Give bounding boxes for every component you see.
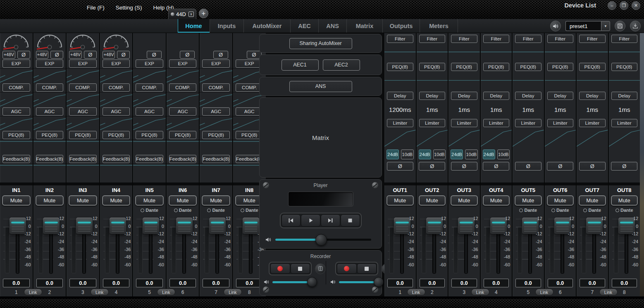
- agc-button[interactable]: AGC: [169, 107, 197, 116]
- comp-button[interactable]: COMP.: [202, 83, 230, 92]
- mute-button[interactable]: Mute: [202, 195, 230, 206]
- delay-button[interactable]: Delay: [515, 92, 541, 100]
- limiter-button[interactable]: Limiter: [451, 119, 477, 127]
- gain-10db-button[interactable]: 10dB: [401, 149, 413, 159]
- preset-select[interactable]: preset1 ▼: [565, 21, 610, 31]
- limiter-button[interactable]: Limiter: [611, 119, 638, 127]
- peq-button[interactable]: PEQ(8): [169, 131, 197, 139]
- load-preset-button[interactable]: [630, 21, 641, 31]
- tab-home[interactable]: Home: [178, 19, 210, 33]
- channel-fader[interactable]: 120-12-24-36-48-60: [448, 215, 480, 277]
- player-stop-button[interactable]: [341, 214, 360, 227]
- phase-invert-button[interactable]: Ø: [180, 51, 195, 59]
- limiter-button[interactable]: Limiter: [515, 119, 541, 127]
- feedback-button[interactable]: Feedback(8): [103, 155, 130, 163]
- mute-button[interactable]: Mute: [515, 195, 542, 206]
- recorder-file-button[interactable]: [315, 263, 326, 274]
- phase-invert-button[interactable]: Ø: [547, 162, 573, 171]
- filter-button[interactable]: Filter: [419, 35, 446, 43]
- channel-fader[interactable]: 120-12-24-36-48-60: [67, 215, 99, 277]
- limiter-button[interactable]: Limiter: [547, 119, 574, 127]
- peq-button[interactable]: PEQ(8): [451, 63, 477, 71]
- device-tab[interactable]: 44D x: [168, 9, 196, 19]
- delay-button[interactable]: Delay: [387, 92, 413, 100]
- channel-fader[interactable]: 120-12-24-36-48-60: [481, 215, 512, 277]
- mute-button[interactable]: Mute: [579, 195, 606, 206]
- channel-fader[interactable]: 120-12-24-36-48-60: [577, 215, 608, 277]
- limiter-button[interactable]: Limiter: [419, 119, 446, 127]
- channel-fader[interactable]: 120-12-24-36-48-60: [167, 215, 199, 277]
- phantom-48v-button[interactable]: +48V: [103, 51, 115, 59]
- phase-invert-button[interactable]: Ø: [387, 162, 413, 171]
- peq-button[interactable]: PEQ(8): [579, 63, 606, 71]
- recorder-volume-slider[interactable]: [339, 281, 380, 283]
- delay-button[interactable]: Delay: [579, 92, 606, 100]
- peq-button[interactable]: PEQ(8): [103, 131, 130, 139]
- tab-meters[interactable]: Meters: [420, 19, 458, 33]
- phase-invert-button[interactable]: Ø: [84, 51, 97, 59]
- recorder-volume-knob[interactable]: [374, 277, 384, 287]
- peq-button[interactable]: PEQ(8): [611, 63, 638, 71]
- peq-button[interactable]: PEQ(8): [202, 131, 230, 139]
- chevron-down-icon[interactable]: ▼: [601, 21, 610, 31]
- next-track-button[interactable]: [321, 214, 340, 227]
- feedback-button[interactable]: Feedback(8): [2, 155, 30, 163]
- agc-button[interactable]: AGC: [2, 107, 30, 116]
- filter-button[interactable]: Filter: [579, 35, 606, 43]
- limiter-button[interactable]: Limiter: [387, 119, 413, 127]
- filter-button[interactable]: Filter: [547, 35, 574, 43]
- peq-button[interactable]: PEQ(8): [36, 131, 64, 139]
- peq-button[interactable]: PEQ(8): [515, 63, 541, 71]
- recorder-stop-button[interactable]: [291, 263, 310, 274]
- phantom-48v-button[interactable]: +48V: [2, 51, 15, 59]
- link-button[interactable]: Link: [599, 289, 618, 296]
- gain-24db-button[interactable]: 24dB: [483, 149, 495, 159]
- channel-fader[interactable]: 120-12-24-36-48-60: [513, 215, 544, 277]
- feedback-button[interactable]: Feedback(8): [69, 155, 97, 163]
- mute-button[interactable]: Mute: [386, 195, 414, 206]
- agc-button[interactable]: AGC: [103, 107, 130, 116]
- phase-invert-button[interactable]: Ø: [611, 162, 637, 171]
- phase-invert-button[interactable]: Ø: [451, 162, 477, 171]
- device-tab-close-icon[interactable]: x: [188, 12, 194, 17]
- gain-24db-button[interactable]: 24dB: [451, 149, 463, 159]
- exp-button[interactable]: EXP: [103, 59, 130, 68]
- mute-button[interactable]: Mute: [547, 195, 574, 206]
- tab-ans[interactable]: ANS: [319, 19, 347, 33]
- recorder-stop-button[interactable]: [357, 263, 377, 274]
- agc-button[interactable]: AGC: [36, 107, 64, 116]
- gain-10db-button[interactable]: 10dB: [433, 149, 446, 159]
- peq-button[interactable]: PEQ(8): [483, 63, 510, 71]
- mute-button[interactable]: Mute: [451, 195, 478, 206]
- peq-button[interactable]: PEQ(8): [419, 63, 446, 71]
- peq-button[interactable]: PEQ(8): [69, 131, 97, 139]
- channel-fader[interactable]: 120-12-24-36-48-60: [100, 215, 133, 277]
- tab-outputs[interactable]: Outputs: [383, 19, 420, 33]
- exp-button[interactable]: EXP: [136, 59, 163, 68]
- recorder-volume-knob[interactable]: [307, 277, 317, 287]
- limiter-button[interactable]: Limiter: [579, 119, 606, 127]
- exp-button[interactable]: EXP: [2, 59, 30, 68]
- comp-button[interactable]: COMP.: [136, 83, 163, 92]
- phantom-48v-button[interactable]: +48V: [69, 51, 82, 59]
- filter-button[interactable]: Filter: [515, 35, 541, 43]
- phase-invert-button[interactable]: Ø: [17, 51, 30, 59]
- peq-button[interactable]: PEQ(8): [136, 131, 163, 139]
- menu-file[interactable]: File (F): [87, 5, 105, 11]
- mute-button[interactable]: Mute: [102, 195, 131, 206]
- sharing-automixer-button[interactable]: Sharing AutoMixer: [289, 38, 352, 49]
- delay-button[interactable]: Delay: [547, 92, 574, 100]
- channel-fader[interactable]: 120-12-24-36-48-60: [33, 215, 66, 277]
- link-button[interactable]: Link: [535, 289, 553, 296]
- feedback-button[interactable]: Feedback(8): [136, 155, 163, 163]
- filter-button[interactable]: Filter: [483, 35, 510, 43]
- filter-button[interactable]: Filter: [387, 35, 413, 43]
- menu-setting[interactable]: Setting (S): [116, 5, 142, 11]
- close-button[interactable]: ✕: [632, 1, 640, 10]
- mute-button[interactable]: Mute: [135, 195, 164, 206]
- mute-button[interactable]: Mute: [483, 195, 510, 206]
- mute-button[interactable]: Mute: [69, 195, 97, 206]
- link-button[interactable]: Link: [24, 289, 42, 296]
- maximize-button[interactable]: ❐: [620, 1, 628, 10]
- peq-button[interactable]: PEQ(8): [387, 63, 413, 71]
